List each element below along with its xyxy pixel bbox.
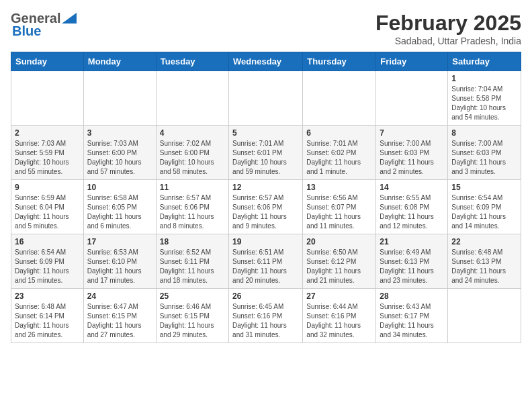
calendar-cell: 19Sunrise: 6:51 AM Sunset: 6:11 PM Dayli…: [229, 234, 303, 289]
day-info: Sunrise: 7:00 AM Sunset: 6:03 PM Dayligh…: [380, 139, 444, 177]
calendar-week-1: 1Sunrise: 7:04 AM Sunset: 5:58 PM Daylig…: [11, 71, 521, 126]
day-info: Sunrise: 7:00 AM Sunset: 6:03 PM Dayligh…: [451, 139, 517, 177]
day-info: Sunrise: 6:59 AM Sunset: 6:04 PM Dayligh…: [15, 193, 80, 231]
day-info: Sunrise: 7:03 AM Sunset: 5:59 PM Dayligh…: [15, 139, 80, 177]
day-info: Sunrise: 6:54 AM Sunset: 6:09 PM Dayligh…: [451, 193, 517, 231]
calendar-cell: [229, 71, 303, 126]
day-info: Sunrise: 6:47 AM Sunset: 6:15 PM Dayligh…: [87, 302, 152, 340]
calendar-cell: 17Sunrise: 6:53 AM Sunset: 6:10 PM Dayli…: [83, 234, 156, 289]
calendar-cell: 13Sunrise: 6:56 AM Sunset: 6:07 PM Dayli…: [303, 180, 376, 234]
weekday-header-monday: Monday: [83, 52, 156, 71]
day-number: 4: [160, 128, 225, 138]
day-number: 25: [160, 291, 225, 301]
day-info: Sunrise: 6:50 AM Sunset: 6:12 PM Dayligh…: [306, 248, 372, 285]
calendar-cell: 14Sunrise: 6:55 AM Sunset: 6:08 PM Dayli…: [376, 180, 448, 234]
calendar: SundayMondayTuesdayWednesdayThursdayFrid…: [11, 52, 521, 343]
calendar-week-2: 2Sunrise: 7:03 AM Sunset: 5:59 PM Daylig…: [11, 126, 521, 180]
day-info: Sunrise: 6:44 AM Sunset: 6:16 PM Dayligh…: [306, 302, 372, 340]
weekday-header-wednesday: Wednesday: [229, 52, 303, 71]
calendar-cell: 5Sunrise: 7:01 AM Sunset: 6:01 PM Daylig…: [229, 126, 303, 180]
weekday-header-row: SundayMondayTuesdayWednesdayThursdayFrid…: [11, 52, 521, 71]
day-info: Sunrise: 6:56 AM Sunset: 6:07 PM Dayligh…: [306, 193, 372, 231]
month-title: February 2025: [375, 11, 521, 36]
calendar-cell: [376, 71, 448, 126]
day-info: Sunrise: 6:46 AM Sunset: 6:15 PM Dayligh…: [160, 302, 225, 340]
day-info: Sunrise: 6:48 AM Sunset: 6:14 PM Dayligh…: [15, 302, 80, 340]
day-number: 22: [451, 237, 517, 246]
calendar-cell: 23Sunrise: 6:48 AM Sunset: 6:14 PM Dayli…: [11, 289, 84, 343]
day-info: Sunrise: 6:51 AM Sunset: 6:11 PM Dayligh…: [232, 248, 299, 285]
calendar-week-4: 16Sunrise: 6:54 AM Sunset: 6:09 PM Dayli…: [11, 234, 521, 289]
calendar-cell: [83, 71, 156, 126]
calendar-cell: [156, 71, 228, 126]
calendar-cell: 2Sunrise: 7:03 AM Sunset: 5:59 PM Daylig…: [11, 126, 84, 180]
calendar-cell: 10Sunrise: 6:58 AM Sunset: 6:05 PM Dayli…: [83, 180, 156, 234]
day-info: Sunrise: 7:01 AM Sunset: 6:02 PM Dayligh…: [306, 139, 372, 177]
weekday-header-tuesday: Tuesday: [156, 52, 228, 71]
calendar-cell: 26Sunrise: 6:45 AM Sunset: 6:16 PM Dayli…: [229, 289, 303, 343]
day-info: Sunrise: 6:57 AM Sunset: 6:06 PM Dayligh…: [232, 193, 299, 231]
svg-marker-0: [62, 13, 77, 24]
day-info: Sunrise: 7:03 AM Sunset: 6:00 PM Dayligh…: [87, 139, 152, 177]
day-number: 19: [232, 237, 299, 246]
logo-icon: [62, 13, 77, 24]
day-number: 2: [15, 128, 80, 138]
calendar-cell: 6Sunrise: 7:01 AM Sunset: 6:02 PM Daylig…: [303, 126, 376, 180]
day-number: 13: [306, 183, 372, 192]
day-info: Sunrise: 6:58 AM Sunset: 6:05 PM Dayligh…: [87, 193, 152, 231]
calendar-cell: [11, 71, 84, 126]
calendar-cell: 16Sunrise: 6:54 AM Sunset: 6:09 PM Dayli…: [11, 234, 84, 289]
calendar-cell: 7Sunrise: 7:00 AM Sunset: 6:03 PM Daylig…: [376, 126, 448, 180]
day-number: 28: [380, 291, 444, 301]
calendar-cell: 20Sunrise: 6:50 AM Sunset: 6:12 PM Dayli…: [303, 234, 376, 289]
calendar-cell: [448, 289, 521, 343]
calendar-cell: 12Sunrise: 6:57 AM Sunset: 6:06 PM Dayli…: [229, 180, 303, 234]
day-info: Sunrise: 6:55 AM Sunset: 6:08 PM Dayligh…: [380, 193, 444, 231]
weekday-header-saturday: Saturday: [448, 52, 521, 71]
calendar-cell: 15Sunrise: 6:54 AM Sunset: 6:09 PM Dayli…: [448, 180, 521, 234]
day-info: Sunrise: 7:02 AM Sunset: 6:00 PM Dayligh…: [160, 139, 225, 177]
day-info: Sunrise: 6:54 AM Sunset: 6:09 PM Dayligh…: [15, 248, 80, 285]
logo: General Blue: [11, 11, 77, 39]
day-number: 17: [87, 237, 152, 246]
calendar-cell: 27Sunrise: 6:44 AM Sunset: 6:16 PM Dayli…: [303, 289, 376, 343]
day-number: 24: [87, 291, 152, 301]
day-info: Sunrise: 6:48 AM Sunset: 6:13 PM Dayligh…: [451, 248, 517, 285]
day-number: 9: [15, 183, 80, 192]
calendar-week-3: 9Sunrise: 6:59 AM Sunset: 6:04 PM Daylig…: [11, 180, 521, 234]
day-number: 5: [232, 128, 299, 138]
day-info: Sunrise: 6:57 AM Sunset: 6:06 PM Dayligh…: [160, 193, 225, 231]
calendar-week-5: 23Sunrise: 6:48 AM Sunset: 6:14 PM Dayli…: [11, 289, 521, 343]
day-number: 10: [87, 183, 152, 192]
day-number: 1: [451, 74, 517, 83]
day-number: 23: [15, 291, 80, 301]
day-number: 15: [451, 183, 517, 192]
day-number: 18: [160, 237, 225, 246]
location: Sadabad, Uttar Pradesh, India: [375, 36, 521, 46]
calendar-cell: 22Sunrise: 6:48 AM Sunset: 6:13 PM Dayli…: [448, 234, 521, 289]
calendar-cell: 18Sunrise: 6:52 AM Sunset: 6:11 PM Dayli…: [156, 234, 228, 289]
day-number: 8: [451, 128, 517, 138]
calendar-cell: 9Sunrise: 6:59 AM Sunset: 6:04 PM Daylig…: [11, 180, 84, 234]
weekday-header-sunday: Sunday: [11, 52, 84, 71]
calendar-cell: 21Sunrise: 6:49 AM Sunset: 6:13 PM Dayli…: [376, 234, 448, 289]
day-number: 26: [232, 291, 299, 301]
calendar-cell: 8Sunrise: 7:00 AM Sunset: 6:03 PM Daylig…: [448, 126, 521, 180]
day-info: Sunrise: 7:04 AM Sunset: 5:58 PM Dayligh…: [451, 85, 517, 122]
day-number: 14: [380, 183, 444, 192]
logo-blue: Blue: [12, 24, 41, 39]
day-number: 16: [15, 237, 80, 246]
calendar-cell: 28Sunrise: 6:43 AM Sunset: 6:17 PM Dayli…: [376, 289, 448, 343]
calendar-cell: 25Sunrise: 6:46 AM Sunset: 6:15 PM Dayli…: [156, 289, 228, 343]
day-number: 20: [306, 237, 372, 246]
calendar-cell: 11Sunrise: 6:57 AM Sunset: 6:06 PM Dayli…: [156, 180, 228, 234]
calendar-cell: [303, 71, 376, 126]
calendar-cell: 24Sunrise: 6:47 AM Sunset: 6:15 PM Dayli…: [83, 289, 156, 343]
calendar-cell: 1Sunrise: 7:04 AM Sunset: 5:58 PM Daylig…: [448, 71, 521, 126]
day-info: Sunrise: 6:53 AM Sunset: 6:10 PM Dayligh…: [87, 248, 152, 285]
day-info: Sunrise: 6:52 AM Sunset: 6:11 PM Dayligh…: [160, 248, 225, 285]
weekday-header-friday: Friday: [376, 52, 448, 71]
day-number: 11: [160, 183, 225, 192]
day-info: Sunrise: 6:43 AM Sunset: 6:17 PM Dayligh…: [380, 302, 444, 340]
page-header: General Blue February 2025 Sadabad, Utta…: [11, 11, 521, 46]
